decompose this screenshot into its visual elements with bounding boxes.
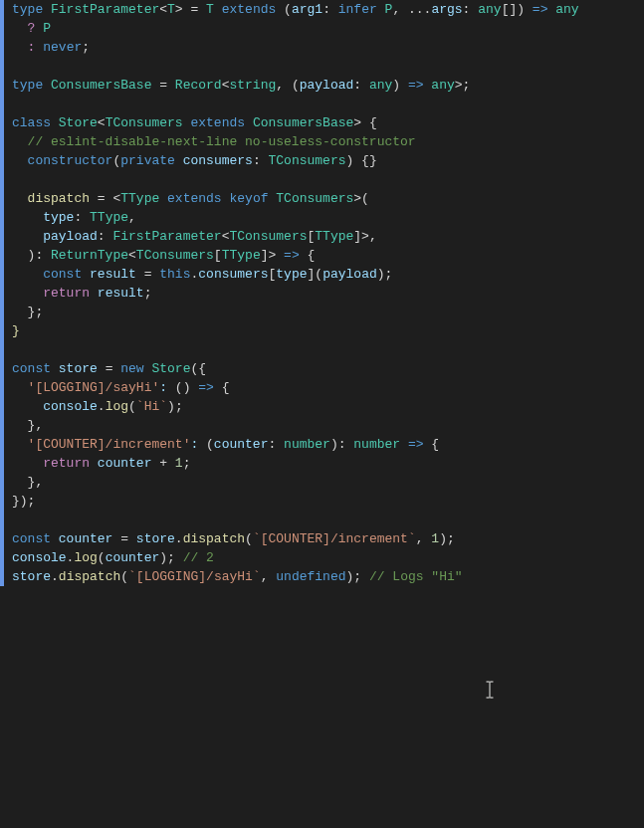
code-token: store [59,359,98,378]
code-token: ConsumersBase [51,76,151,95]
code-token: []) [502,0,533,19]
code-line[interactable]: return result; [0,284,644,303]
code-token [12,435,28,454]
code-token: never [43,38,82,57]
code-token: args [431,0,462,19]
code-token: ]( [308,265,323,284]
code-line[interactable]: return counter + 1; [0,454,644,473]
code-token: ReturnType [51,246,128,265]
code-token: arg1 [292,0,322,19]
code-token: TConsumers [269,151,346,170]
text-cursor-icon [484,681,496,699]
code-line[interactable]: type: TType, [0,208,644,227]
code-line[interactable]: }, [0,473,644,492]
code-line[interactable]: type ConsumersBase = Record<string, (pay… [0,76,644,95]
code-token: any [478,0,501,19]
code-token: > { [353,113,376,132]
code-token [35,38,43,57]
code-token: const [12,529,59,548]
code-line[interactable]: class Store<TConsumers extends Consumers… [0,113,644,132]
code-line[interactable]: } [0,321,644,340]
code-line[interactable]: '[COUNTER]/increment': (counter: number)… [0,435,644,454]
code-token: 1 [431,529,439,548]
code-token: { [300,246,316,265]
code-token: ( [112,151,120,170]
code-line[interactable]: : never; [0,38,644,57]
code-token: . [98,397,106,416]
code-token: P [43,19,51,38]
code-token: type [276,265,307,284]
code-editor[interactable]: type FirstParameter<T> = T extends (arg1… [0,0,644,586]
code-token: string [229,76,276,95]
code-token: 1 [175,454,183,473]
code-line[interactable]: store.dispatch(`[LOGGING]/sayHi`, undefi… [0,567,644,586]
code-line[interactable]: ? P [0,19,644,38]
code-token: : [463,0,479,19]
code-line[interactable]: ): ReturnType<TConsumers[TType]> => { [0,246,644,265]
code-token: number [284,435,330,454]
code-line[interactable]: console.log(counter); // 2 [0,548,644,567]
code-token [547,0,555,19]
code-token: ); [377,265,393,284]
code-token: () [167,378,198,397]
code-line[interactable] [0,170,644,189]
code-token [12,397,43,416]
code-token: this [159,265,190,284]
code-token: FirstParameter [51,0,159,19]
code-token: Record [175,76,222,95]
code-token: : [253,151,269,170]
code-line[interactable] [0,95,644,113]
code-token: dispatch [59,567,120,586]
code-token: ): [12,246,51,265]
code-line[interactable]: const store = new Store({ [0,359,644,378]
code-line[interactable]: }, [0,416,644,435]
code-line[interactable]: // eslint-disable-next-line no-useless-c… [0,132,644,151]
code-line[interactable]: constructor(private consumers: TConsumer… [0,151,644,170]
code-line[interactable]: payload: FirstParameter<TConsumers[TType… [0,227,644,246]
code-token: extends [183,113,253,132]
code-token: number [353,435,400,454]
code-token: keyof [229,189,276,208]
code-token: ; [183,454,191,473]
code-token: consumers [183,151,253,170]
code-line[interactable]: type FirstParameter<T> = T extends (arg1… [0,0,644,19]
code-token: => [408,76,424,95]
code-token: }; [12,303,43,321]
code-line[interactable] [0,57,644,76]
code-line[interactable] [0,340,644,359]
code-token: . [51,567,59,586]
code-token: [ [269,265,277,284]
code-line[interactable]: }); [0,492,644,511]
code-token: ) {} [346,151,377,170]
code-line[interactable] [0,511,644,529]
code-token: store [12,567,51,586]
code-token: type [12,76,51,95]
code-token: result [98,284,144,303]
code-token [12,454,43,473]
code-line[interactable]: dispatch = <TType extends keyof TConsume… [0,189,644,208]
code-token: [ [214,246,222,265]
code-token: => [198,378,214,397]
code-token: ( [245,529,253,548]
code-line[interactable]: console.log(`Hi`); [0,397,644,416]
code-token: ? [28,19,36,38]
code-token: ); [159,548,182,567]
code-token: ; [144,284,152,303]
code-token [12,265,43,284]
code-token: type [43,208,74,227]
code-token: constructor [28,151,113,170]
code-token: , [261,567,277,586]
code-line[interactable]: '[LOGGING]/sayHi': () => { [0,378,644,397]
code-line[interactable]: const counter = store.dispatch(`[COUNTER… [0,529,644,548]
code-token: : [268,435,284,454]
code-token: : [28,38,36,57]
code-line[interactable]: }; [0,303,644,321]
code-token: '[COUNTER]/increment' [28,435,191,454]
code-token: FirstParameter [112,227,221,246]
code-token: // 2 [183,548,214,567]
code-token: [ [307,227,315,246]
code-token: ; [82,38,90,57]
code-line[interactable]: const result = this.consumers[type](payl… [0,265,644,284]
code-token [424,76,432,95]
code-token: console [43,397,98,416]
